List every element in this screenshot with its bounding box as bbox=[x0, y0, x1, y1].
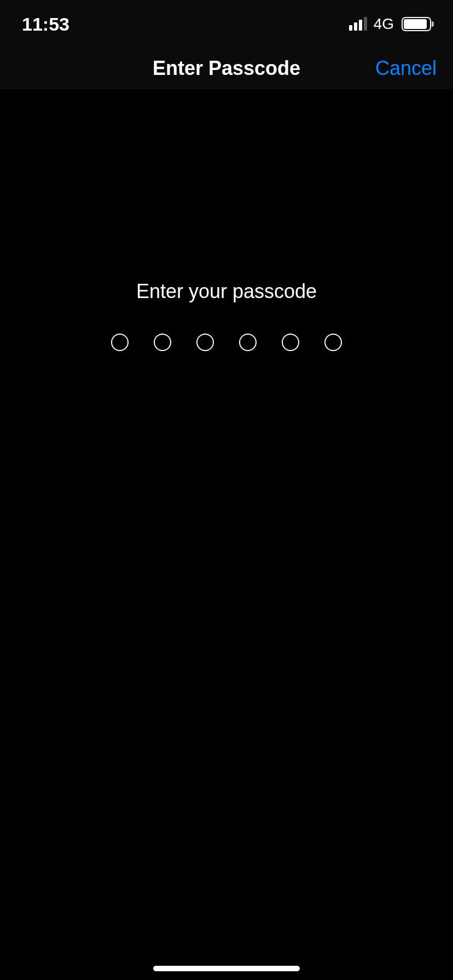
passcode-dot bbox=[324, 334, 342, 351]
status-bar: 11:53 4G bbox=[0, 0, 453, 48]
home-indicator[interactable] bbox=[153, 966, 300, 971]
status-time: 11:53 bbox=[22, 14, 69, 35]
battery-icon bbox=[402, 17, 431, 31]
cancel-button[interactable]: Cancel bbox=[375, 57, 437, 80]
passcode-dot bbox=[239, 334, 257, 351]
passcode-prompt: Enter your passcode bbox=[136, 280, 317, 303]
signal-strength-icon bbox=[349, 18, 367, 31]
passcode-dot bbox=[111, 334, 129, 351]
passcode-dot bbox=[282, 334, 299, 351]
passcode-dot bbox=[196, 334, 214, 351]
nav-bar: Enter Passcode Cancel bbox=[0, 48, 453, 89]
passcode-input[interactable] bbox=[111, 334, 342, 351]
status-right: 4G bbox=[349, 15, 431, 33]
content-area: Enter your passcode bbox=[0, 89, 453, 351]
nav-title: Enter Passcode bbox=[153, 57, 300, 80]
passcode-dot bbox=[154, 334, 171, 351]
network-label: 4G bbox=[374, 15, 394, 33]
